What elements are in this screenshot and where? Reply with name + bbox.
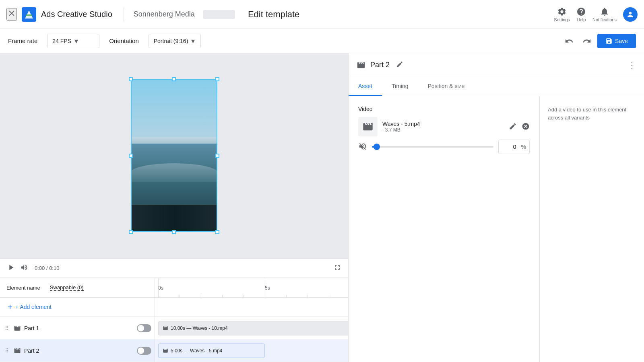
timeline-add-spacer [155,298,348,317]
track-row-part1: 10.00s — Waves - 10.mp4 [155,317,348,339]
handle-ml[interactable] [129,154,133,158]
part-edit-button[interactable] [396,61,403,69]
toolbar: Frame rate 24 FPS ▾ Orientation Portrait… [0,29,644,53]
tab-asset[interactable]: Asset [349,77,382,96]
part1-toggle-knob [138,325,144,331]
add-element-button[interactable]: + Add element [6,298,52,317]
save-button[interactable]: Save [597,34,636,48]
volume-slider-thumb[interactable] [374,144,380,150]
track-block-part1[interactable]: 10.00s — Waves - 10.mp4 [158,321,348,335]
ruler-tick-sm7 [329,295,329,297]
timeline-section: Element name Swappable (0) + Add element… [0,278,348,362]
handle-tl[interactable] [129,77,133,81]
handle-br[interactable] [215,230,219,234]
tabs-row: Asset Timing Position & size [349,77,644,96]
video-thumbnail [358,117,378,136]
ruler-tick-sm2 [201,295,201,297]
track-row-part2: 5.00s — Waves - 5.mp4 [155,339,348,362]
video-item: Waves - 5.mp4 · 3.7 MB [358,117,530,136]
orientation-arrow-icon: ▾ [191,37,195,45]
settings-button[interactable]: Settings [554,7,570,22]
panel-body: Video Waves - 5.mp4 · 3.7 MB [349,96,644,362]
handle-bm[interactable] [172,230,176,234]
volume-input-wrap: % [498,140,530,154]
frame-rate-arrow-icon: ▾ [74,37,78,45]
tab-position-size[interactable]: Position & size [418,77,475,96]
video-name: Waves - 5.mp4 [382,121,504,127]
divider [124,7,124,22]
panel-main: Video Waves - 5.mp4 · 3.7 MB [349,96,539,362]
ruler-tick-sm5 [286,295,287,297]
canvas-preview [131,79,217,232]
col-element-name: Element name [6,285,40,291]
redo-button[interactable] [580,34,594,48]
add-element-row: + Add element [0,298,155,317]
track-block-part2[interactable]: 5.00s — Waves - 5.mp4 [158,343,265,358]
notifications-button[interactable]: Notifications [592,7,617,22]
drag-handle-part1[interactable]: ⠿ [3,323,10,333]
video-edit-button[interactable] [509,122,517,132]
timeline-row-part1[interactable]: ⠿ Part 1 [0,317,155,339]
part2-video-icon [14,347,21,354]
part1-video-icon [14,325,21,332]
handle-tm[interactable] [172,77,176,81]
right-panel: Part 2 ⋮ Asset Timing Position & size Vi… [348,53,644,362]
video-section: Video Waves - 5.mp4 · 3.7 MB [358,106,530,154]
timeline-row-part2[interactable]: ⠿ Part 2 [0,339,155,362]
app-name: Ads Creative Studio [41,10,112,19]
part1-name: Part 1 [24,325,134,331]
play-button[interactable] [6,263,15,273]
frame-rate-select[interactable]: 24 FPS ▾ [47,34,99,48]
ruler-tick-sm4 [244,295,244,297]
handle-bl[interactable] [129,230,133,234]
settings-label: Settings [554,17,570,22]
frame-rate-value: 24 FPS [52,38,71,44]
part-menu-button[interactable]: ⋮ [628,60,636,70]
volume-button[interactable] [20,263,28,273]
time-display: 0:00 / 0:10 [35,265,59,271]
volume-input[interactable] [499,144,518,150]
volume-slider[interactable] [372,146,493,148]
track-label-part1: 10.00s — Waves - 10.mp4 [171,325,228,331]
part-title: Part 2 [370,61,390,69]
track-block-icon-part1 [163,325,168,331]
mute-button[interactable] [358,142,367,152]
timeline-right: 0s 5s 10s [155,278,348,362]
part1-toggle[interactable] [137,324,151,332]
part2-name: Part 2 [24,348,134,354]
ruler-tick-sm [180,295,180,297]
app-logo [22,7,36,22]
handle-mr[interactable] [215,154,219,158]
main-area: 0:00 / 0:10 Element name Swappable (0) +… [0,53,644,362]
fullscreen-button[interactable] [333,263,341,273]
tab-timing[interactable]: Timing [382,77,418,96]
video-section-label: Video [358,106,530,112]
ruler-tick-sm6 [308,295,308,297]
volume-pct: % [518,144,529,150]
user-avatar[interactable] [623,7,638,22]
part-header: Part 2 ⋮ [349,53,644,77]
left-section: 0:00 / 0:10 Element name Swappable (0) +… [0,53,348,362]
handle-tr[interactable] [215,77,219,81]
volume-row: % [358,140,530,154]
ruler-tick-0 [158,278,159,297]
video-info: Waves - 5.mp4 · 3.7 MB [382,121,504,133]
drag-handle-part2[interactable]: ⠿ [3,346,10,356]
undo-button[interactable] [562,34,576,48]
timeline-header: Element name Swappable (0) [0,278,155,298]
ruler-label-5s: 5s [265,285,270,291]
part2-toggle-knob [138,348,144,354]
canvas-viewport [0,53,348,258]
part2-toggle[interactable] [137,347,151,355]
video-actions [509,122,530,132]
topbar: Ads Creative Studio Sonnenberg Media Edi… [0,0,644,29]
orientation-select[interactable]: Portrait (9:16) ▾ [149,34,201,48]
shore [131,205,217,232]
help-button[interactable]: Help [576,7,586,22]
video-remove-button[interactable] [522,122,530,132]
canvas-image [131,79,217,232]
col-swappable[interactable]: Swappable (0) [50,284,84,291]
page-title: Edit template [248,9,299,20]
track-block-icon-part2 [163,348,168,354]
close-button[interactable] [6,8,17,21]
